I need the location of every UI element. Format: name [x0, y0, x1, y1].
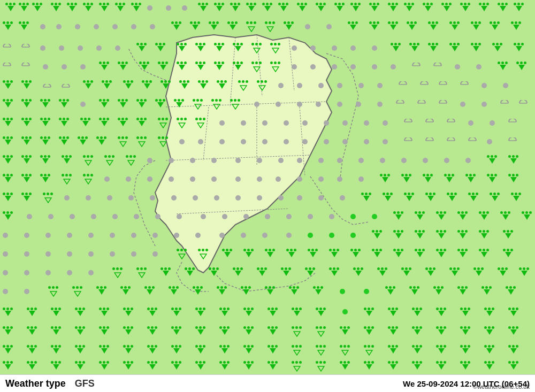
- shower-symbol: [3, 155, 13, 164]
- green-dot-symbol: [342, 309, 348, 314]
- shower-symbol: [198, 3, 208, 11]
- gray-dot-symbol: [350, 64, 356, 70]
- watermark: ©weatheronline.co.uk: [473, 383, 530, 390]
- shower-symbol: [388, 3, 398, 11]
- gray-dot-symbol: [318, 83, 324, 88]
- gray-dot-symbol: [219, 139, 225, 144]
- shower-symbol: [211, 99, 221, 112]
- shower-symbol: [393, 211, 403, 220]
- gray-dot-symbol: [468, 120, 473, 126]
- shower-symbol: [369, 21, 379, 30]
- half-circle-symbol: [500, 99, 509, 109]
- shower-symbol: [227, 21, 238, 30]
- shower-symbol: [233, 62, 243, 70]
- gray-dot-symbol: [214, 195, 219, 201]
- shower-symbol: [251, 43, 262, 56]
- gray-dot-symbol: [169, 158, 174, 163]
- shower-symbol: [177, 62, 187, 70]
- shower-symbol: [516, 62, 526, 70]
- bottom-bar: Weather type GFS We 25-09-2024 12:00 UTC…: [0, 374, 535, 392]
- shower-symbol: [21, 118, 32, 126]
- shower-symbol: [380, 174, 390, 182]
- shower-symbol: [51, 361, 61, 370]
- shower-symbol: [484, 326, 494, 335]
- shower-symbol: [177, 118, 187, 130]
- shower-symbol: [457, 211, 468, 220]
- shower-symbol: [72, 286, 82, 299]
- shower-symbol: [436, 230, 446, 239]
- gray-dot-symbol: [278, 158, 284, 163]
- gray-dot-symbol: [292, 64, 297, 70]
- shower-symbol: [460, 345, 470, 353]
- shower-symbol: [243, 249, 254, 257]
- shower-symbol: [171, 21, 181, 30]
- shower-symbol: [369, 3, 379, 11]
- gray-dot-symbol: [110, 233, 115, 238]
- shower-symbol: [21, 99, 32, 107]
- gray-dot-symbol: [166, 5, 171, 11]
- gray-dot-symbol: [152, 233, 158, 238]
- shower-symbol: [27, 308, 37, 316]
- shower-symbol: [27, 361, 37, 370]
- gray-dot-symbol: [24, 289, 29, 294]
- gray-dot-symbol: [326, 24, 332, 29]
- gray-dot-symbol: [257, 158, 262, 163]
- shower-symbol: [217, 80, 227, 89]
- shower-symbol: [19, 21, 29, 30]
- svg-marker-30: [195, 104, 201, 109]
- shower-symbol: [329, 249, 339, 257]
- svg-marker-15: [272, 48, 279, 53]
- shower-symbol: [43, 193, 53, 205]
- gray-dot-symbol: [150, 24, 155, 29]
- gray-dot-symbol: [337, 83, 342, 88]
- gray-dot-symbol: [195, 233, 201, 238]
- shower-symbol: [441, 3, 452, 11]
- gray-dot-symbol: [3, 251, 8, 257]
- svg-marker-70: [366, 350, 372, 355]
- shower-symbol: [436, 249, 446, 257]
- svg-marker-64: [74, 291, 81, 296]
- shower-symbol: [40, 99, 50, 107]
- gray-dot-symbol: [455, 64, 460, 70]
- gray-dot-symbol: [155, 214, 160, 219]
- gray-dot-symbol: [211, 176, 217, 182]
- shower-symbol: [177, 43, 187, 51]
- shower-symbol: [59, 136, 69, 145]
- gray-dot-symbol: [96, 45, 102, 51]
- shower-symbol: [457, 230, 468, 239]
- shower-symbol: [83, 3, 93, 11]
- shower-symbol: [490, 21, 500, 30]
- shower-symbol: [185, 267, 195, 276]
- shower-symbol: [96, 286, 106, 295]
- gray-dot-symbol: [401, 158, 407, 163]
- svg-marker-59: [179, 254, 185, 259]
- shower-symbol: [340, 345, 350, 358]
- shower-symbol: [136, 43, 147, 51]
- shower-symbol: [487, 155, 497, 164]
- gray-dot-symbol: [198, 139, 203, 144]
- gray-dot-symbol: [337, 102, 342, 107]
- map-svg: [0, 0, 535, 374]
- gray-dot-symbol: [276, 176, 281, 182]
- gray-dot-symbol: [305, 24, 310, 29]
- shower-symbol: [460, 308, 470, 316]
- half-circle-symbol: [447, 136, 455, 146]
- half-circle-symbol: [468, 136, 477, 146]
- shower-symbol: [508, 326, 518, 335]
- shower-symbol: [209, 21, 219, 30]
- gray-dot-symbol: [302, 120, 308, 126]
- svg-marker-32: [232, 104, 239, 109]
- shower-symbol: [104, 155, 114, 168]
- shower-symbol: [498, 62, 508, 70]
- gray-dot-symbol: [318, 158, 324, 163]
- bottom-left: Weather type GFS: [5, 378, 95, 389]
- svg-marker-66: [318, 332, 324, 336]
- gray-dot-symbol: [310, 64, 316, 70]
- shower-symbol: [3, 21, 13, 30]
- shower-symbol: [503, 230, 513, 239]
- shower-symbol: [388, 21, 398, 30]
- shower-symbol: [246, 3, 256, 11]
- gray-dot-symbol: [316, 102, 321, 107]
- gray-dot-symbol: [235, 195, 241, 201]
- shower-symbol: [3, 136, 13, 145]
